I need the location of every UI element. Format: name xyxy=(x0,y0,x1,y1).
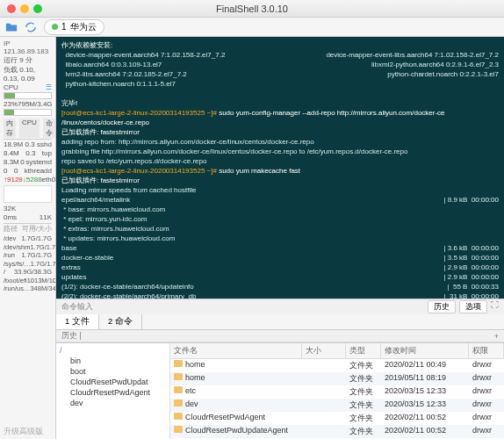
cpu-bar xyxy=(4,92,52,99)
terminal-bar: 命令输入 历史 选项 ⛶ xyxy=(56,299,504,314)
folder-icon xyxy=(174,413,183,420)
load: 负载 0.10, 0.13, 0.09 xyxy=(4,65,52,83)
path-row: /run/us…348M/348M xyxy=(4,284,52,292)
status-dot-icon xyxy=(52,24,58,30)
net-up: ↑9128 xyxy=(4,176,23,184)
tab-commands[interactable]: 2 命令 xyxy=(99,314,142,329)
tab-files[interactable]: 1 文件 xyxy=(56,314,99,329)
tab-name: 华为云 xyxy=(70,21,97,33)
traffic-lights xyxy=(0,4,42,13)
path-row: /dev1.7G/1.7G xyxy=(4,234,52,242)
path-row: /sys/fs/…1.7G/1.7G xyxy=(4,260,52,268)
mem-bar xyxy=(4,109,52,116)
tree-item[interactable]: CloudResetPwdUpdat xyxy=(58,377,168,387)
sidebar: IP 121.36.89.183 运行 9 分 负载 0.10, 0.13, 0… xyxy=(0,37,56,439)
folder-icon xyxy=(174,360,183,367)
sync-icon[interactable] xyxy=(25,21,37,33)
minimize-icon[interactable] xyxy=(20,4,29,13)
proc-row: 00kthreadd xyxy=(4,167,52,175)
uptime: 运行 9 分 xyxy=(4,55,52,65)
col-type[interactable]: 类型 xyxy=(346,343,381,358)
file-row[interactable]: CloudrResetPwdAgent文件夹2020/02/11 00:52dr… xyxy=(170,412,504,425)
zoom-icon[interactable] xyxy=(33,4,42,13)
folder-icon xyxy=(174,386,183,393)
options-button[interactable]: 选项 xyxy=(459,300,487,313)
file-row[interactable]: etc文件夹2020/03/15 12:33drwxr xyxy=(170,385,504,399)
proc-row: 8.3M0systemd xyxy=(4,158,52,166)
net-if: eth0 xyxy=(42,176,56,184)
tree-item[interactable]: / xyxy=(58,345,168,356)
path-row: /dev/shm1.7G/1.7G xyxy=(4,243,52,251)
proc-row: 18.9M0.3sshd xyxy=(4,140,52,148)
folder-tree[interactable]: /binbootCloudResetPwdUpdatCloudrResetPwd… xyxy=(56,343,170,439)
titlebar: FinalShell 3.0.10 xyxy=(0,0,504,18)
path-hdr: 路径 xyxy=(4,224,18,234)
mem-used: 795M/3.4G xyxy=(18,100,53,108)
file-list[interactable]: 文件名 大小 类型 修改时间 权限 home文件夹2020/02/11 00:4… xyxy=(170,343,504,439)
col-mtime[interactable]: 修改时间 xyxy=(381,343,469,358)
add-button[interactable]: + xyxy=(494,332,499,341)
folder-icon xyxy=(174,399,183,407)
proc-row: 8.4M0.3top xyxy=(4,149,52,157)
close-icon[interactable] xyxy=(7,4,16,13)
tree-item[interactable]: bin xyxy=(58,356,168,366)
session-tab[interactable]: 1 华为云 xyxy=(44,19,104,35)
upgrade-link[interactable]: 升级高级版 xyxy=(4,426,43,437)
file-row[interactable]: home文件夹2019/05/11 08:19drwxr xyxy=(170,372,504,385)
folder-icon xyxy=(174,426,183,433)
path-row: /run1.7G/1.7G xyxy=(4,251,52,259)
tree-item[interactable]: dev xyxy=(58,398,168,408)
path-history[interactable]: 历史 | xyxy=(61,330,82,342)
folder-icon[interactable] xyxy=(5,21,18,33)
cpu-label: CPU xyxy=(4,83,18,91)
tree-item[interactable]: CloudrResetPwdAgent xyxy=(58,387,168,398)
net-sparkline xyxy=(4,185,52,203)
folder-icon xyxy=(174,373,183,380)
path-row: /boot/efi1013M/1022M xyxy=(4,277,52,284)
cpu-pct: 23% xyxy=(4,100,18,108)
tree-item[interactable]: boot xyxy=(58,366,168,377)
history-button[interactable]: 历史 xyxy=(428,300,456,313)
file-row[interactable]: dev文件夹2020/03/15 12:33drwxr xyxy=(170,399,504,412)
expand-icon[interactable]: ⛶ xyxy=(491,300,499,313)
window-title: FinalShell 3.0.10 xyxy=(216,4,288,14)
tab-num: 1 xyxy=(61,22,67,32)
terminal[interactable]: 作为依赖被安装: device-mapper-event.aarch64 7:1… xyxy=(56,37,504,299)
file-row[interactable]: CloudResetPwdUpdateAgent文件夹2020/02/11 00… xyxy=(170,425,504,438)
ip-label: IP 121.36.89.183 xyxy=(4,40,52,55)
path-row: /33.9G/38.3G xyxy=(4,268,52,276)
col-cmd: 命令 xyxy=(43,119,55,138)
file-tabs: 1 文件 2 命令 xyxy=(56,314,504,330)
col-cpu: CPU xyxy=(19,119,40,138)
file-row[interactable]: home文件夹2020/02/11 00:49drwxr xyxy=(170,359,504,372)
col-perm[interactable]: 权限 xyxy=(469,343,504,358)
col-mem: 内存 xyxy=(4,119,16,138)
toolbar: 1 华为云 xyxy=(0,18,504,37)
col-size[interactable]: 大小 xyxy=(302,343,346,358)
net-dn: ↓5288 xyxy=(23,176,42,184)
cmd-input-label[interactable]: 命令输入 xyxy=(61,301,93,313)
col-name[interactable]: 文件名 xyxy=(170,343,302,358)
